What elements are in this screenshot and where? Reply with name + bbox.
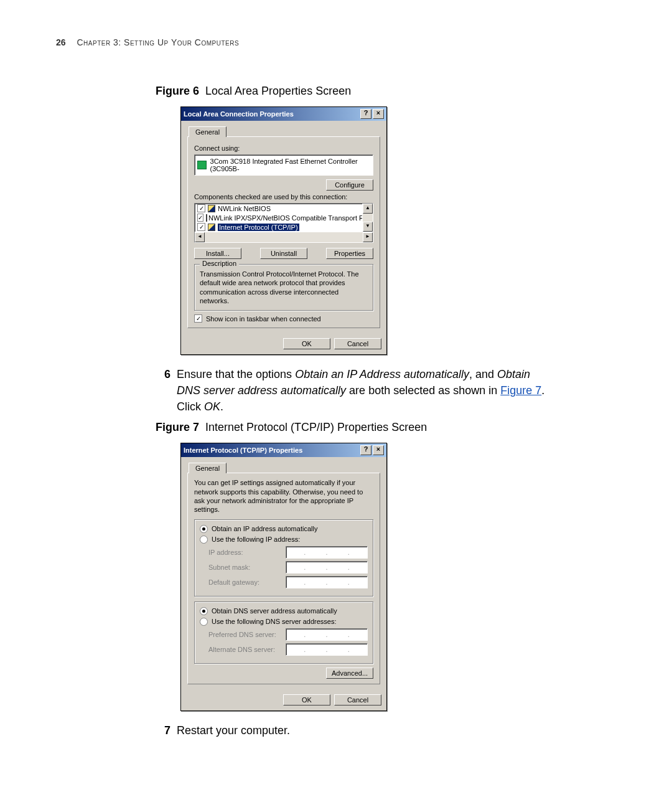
step-body: Restart your computer. bbox=[177, 722, 554, 739]
obtain-ip-radio-row[interactable]: Obtain an IP address automatically bbox=[200, 525, 368, 533]
use-ip-label: Use the following IP address: bbox=[212, 536, 300, 543]
figure-6-label: Figure 6 bbox=[156, 85, 199, 97]
help-icon[interactable]: ? bbox=[360, 109, 371, 119]
components-label: Components checked are used by this conn… bbox=[194, 193, 373, 201]
ip-input[interactable]: ... bbox=[286, 628, 368, 641]
step-6: 6 Ensure that the options Obtain an IP A… bbox=[156, 366, 554, 415]
show-icon-checkbox-row[interactable]: ✓ Show icon in taskbar when connected bbox=[194, 314, 373, 323]
component-label: NWLink IPX/SPX/NetBIOS Compatible Transp… bbox=[208, 214, 362, 222]
figure-7-label: Figure 7 bbox=[156, 421, 199, 433]
scroll-up-icon[interactable]: ▲ bbox=[363, 204, 373, 214]
ip-input[interactable]: ... bbox=[286, 561, 368, 573]
dialog-titlebar[interactable]: Local Area Connection Properties ? × bbox=[181, 107, 386, 121]
radio-icon[interactable] bbox=[200, 536, 208, 544]
ip-address-group: Obtain an IP address automatically Use t… bbox=[194, 519, 373, 597]
use-dns-radio-row[interactable]: Use the following DNS server addresses: bbox=[200, 618, 368, 626]
install-button[interactable]: Install... bbox=[194, 248, 241, 259]
advanced-button[interactable]: Advanced... bbox=[326, 668, 373, 679]
step-7: 7 Restart your computer. bbox=[156, 722, 554, 739]
subnet-mask-field: Subnet mask: ... bbox=[208, 561, 368, 573]
vertical-scrollbar[interactable]: ▲ ▼ bbox=[362, 204, 373, 232]
uninstall-button[interactable]: Uninstall bbox=[260, 248, 307, 259]
local-area-connection-dialog: Local Area Connection Properties ? × Gen… bbox=[180, 106, 387, 355]
ip-input[interactable]: ... bbox=[286, 643, 368, 656]
radio-icon[interactable] bbox=[200, 618, 208, 626]
figure-6-text: Local Area Properties Screen bbox=[205, 85, 351, 97]
component-label: Internet Protocol (TCP/IP) bbox=[218, 224, 299, 231]
scroll-left-icon[interactable]: ◄ bbox=[195, 232, 205, 242]
alternate-dns-field: Alternate DNS server: ... bbox=[208, 643, 368, 656]
cancel-button[interactable]: Cancel bbox=[334, 694, 381, 706]
obtain-dns-label: Obtain DNS server address automatically bbox=[212, 607, 337, 615]
description-text: Transmission Control Protocol/Internet P… bbox=[200, 270, 368, 305]
tab-general[interactable]: General bbox=[189, 126, 226, 137]
properties-button[interactable]: Properties bbox=[326, 248, 373, 259]
dialog-title: Internet Protocol (TCP/IP) Properties bbox=[184, 446, 302, 454]
figure-7-link[interactable]: Figure 7 bbox=[500, 384, 541, 397]
chapter-title: Chapter 3: Setting Up Your Computers bbox=[77, 37, 239, 47]
show-icon-label: Show icon in taskbar when connected bbox=[206, 315, 321, 323]
checkbox-icon[interactable]: ✓ bbox=[197, 223, 205, 231]
help-icon[interactable]: ? bbox=[360, 445, 371, 455]
ok-button[interactable]: OK bbox=[283, 338, 330, 349]
close-icon[interactable]: × bbox=[373, 109, 384, 119]
tcpip-properties-dialog: Internet Protocol (TCP/IP) Properties ? … bbox=[180, 443, 387, 710]
adapter-name: 3Com 3C918 Integrated Fast Ethernet Cont… bbox=[210, 158, 370, 172]
adapter-field: 3Com 3C918 Integrated Fast Ethernet Cont… bbox=[194, 154, 373, 176]
obtain-ip-label: Obtain an IP address automatically bbox=[212, 525, 317, 532]
description-legend: Description bbox=[200, 260, 239, 267]
ip-address-field: IP address: ... bbox=[208, 546, 368, 559]
figure-6-caption: Figure 6 Local Area Properties Screen bbox=[156, 85, 616, 98]
radio-icon[interactable] bbox=[200, 525, 208, 533]
figure-7-text: Internet Protocol (TCP/IP) Properties Sc… bbox=[205, 421, 427, 433]
obtain-dns-radio-row[interactable]: Obtain DNS server address automatically bbox=[200, 607, 368, 615]
protocol-icon bbox=[208, 205, 215, 212]
step-body: Ensure that the options Obtain an IP Add… bbox=[177, 366, 554, 415]
configure-button[interactable]: Configure bbox=[326, 179, 373, 191]
list-item[interactable]: ✓ NWLink IPX/SPX/NetBIOS Compatible Tran… bbox=[195, 213, 362, 222]
horizontal-scrollbar[interactable]: ◄ ► bbox=[195, 232, 373, 242]
components-listbox[interactable]: ✓ NWLink NetBIOS ✓ NWLink IPX/SPX/NetBIO… bbox=[194, 203, 373, 243]
step-number: 7 bbox=[156, 722, 170, 739]
ip-input[interactable]: ... bbox=[286, 546, 368, 559]
figure-7-caption: Figure 7 Internet Protocol (TCP/IP) Prop… bbox=[156, 421, 616, 434]
list-item[interactable]: ✓ NWLink NetBIOS bbox=[195, 204, 362, 213]
component-label: NWLink NetBIOS bbox=[218, 205, 271, 212]
dns-group: Obtain DNS server address automatically … bbox=[194, 602, 373, 664]
intro-text: You can get IP settings assigned automat… bbox=[194, 478, 373, 514]
preferred-dns-field: Preferred DNS server: ... bbox=[208, 628, 368, 641]
radio-icon[interactable] bbox=[200, 607, 208, 615]
use-ip-radio-row[interactable]: Use the following IP address: bbox=[200, 536, 368, 544]
checkbox-icon[interactable]: ✓ bbox=[194, 314, 202, 323]
scroll-right-icon[interactable]: ► bbox=[363, 232, 373, 242]
dialog-titlebar[interactable]: Internet Protocol (TCP/IP) Properties ? … bbox=[181, 443, 386, 457]
checkbox-icon[interactable]: ✓ bbox=[197, 214, 203, 222]
ip-input[interactable]: ... bbox=[286, 576, 368, 588]
page-number: 26 bbox=[56, 37, 66, 47]
close-icon[interactable]: × bbox=[373, 445, 384, 455]
protocol-icon bbox=[208, 224, 215, 231]
description-group: Description Transmission Control Protoco… bbox=[194, 264, 373, 311]
nic-icon bbox=[197, 161, 207, 169]
tab-general[interactable]: General bbox=[189, 463, 226, 473]
page-header: 26 Chapter 3: Setting Up Your Computers bbox=[56, 37, 616, 47]
step-number: 6 bbox=[156, 366, 170, 415]
use-dns-label: Use the following DNS server addresses: bbox=[212, 618, 337, 625]
checkbox-icon[interactable]: ✓ bbox=[197, 204, 205, 212]
scroll-down-icon[interactable]: ▼ bbox=[363, 222, 373, 232]
list-item[interactable]: ✓ Internet Protocol (TCP/IP) bbox=[195, 222, 362, 232]
default-gateway-field: Default gateway: ... bbox=[208, 576, 368, 588]
connect-using-label: Connect using: bbox=[194, 144, 373, 152]
ok-button[interactable]: OK bbox=[283, 694, 330, 706]
dialog-title: Local Area Connection Properties bbox=[184, 110, 294, 118]
cancel-button[interactable]: Cancel bbox=[334, 338, 381, 349]
